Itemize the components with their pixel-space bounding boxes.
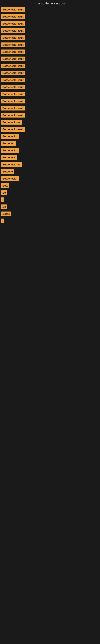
list-item: Bottleneck result: [0, 98, 100, 105]
list-item: Bottlenec: [0, 140, 100, 147]
list-item: Bottleneck result: [0, 41, 100, 48]
bottleneck-badge[interactable]: Bottlene: [1, 169, 14, 174]
bottleneck-badge[interactable]: Bottleneck result: [1, 28, 25, 33]
list-item: Bottleneck r: [0, 175, 100, 182]
list-item: Bottleneck: [0, 154, 100, 161]
list-item: Bottleneck result: [0, 90, 100, 98]
bottleneck-badge[interactable]: Bottleneck result: [1, 71, 25, 75]
list-item: Bottleneck result: [0, 55, 100, 62]
bottleneck-badge[interactable]: Bott: [1, 183, 9, 188]
list-item: Bottleneck res: [0, 119, 100, 126]
bottleneck-badge[interactable]: Bottleneck result: [1, 7, 25, 12]
bottleneck-badge[interactable]: Bottleneck result: [1, 21, 25, 26]
list-item: Bottleneck result: [0, 34, 100, 41]
bottleneck-badge[interactable]: Bottleneck result: [1, 50, 25, 54]
bottleneck-badge[interactable]: Bottleneck result: [1, 56, 25, 61]
list-item: Bottleneck result: [0, 48, 100, 55]
list-item: Bottleneck result: [0, 62, 100, 70]
list-item: Bo: [0, 189, 100, 196]
bottleneck-badge[interactable]: Bottleneck result: [1, 85, 25, 89]
bottleneck-badge[interactable]: Bottleneck result: [1, 127, 25, 132]
bottleneck-badge[interactable]: Bottleneck: [1, 155, 17, 160]
bottleneck-badge[interactable]: Bottleneck result: [1, 42, 25, 47]
bottleneck-badge[interactable]: Bottleneck res: [1, 162, 22, 167]
bottleneck-badge[interactable]: I: [1, 218, 4, 223]
list-item: Bott: [0, 182, 100, 189]
bottleneck-badge[interactable]: Bottleneck result: [1, 36, 25, 40]
bottleneck-badge[interactable]: Bo: [1, 190, 7, 195]
bottleneck-badge[interactable]: Bottleneck result: [1, 14, 25, 19]
list-item: Bottleneck result: [0, 84, 100, 90]
bottleneck-badge[interactable]: Bottleneck result: [1, 106, 25, 110]
bottleneck-badge[interactable]: Bottleneck r: [1, 176, 19, 181]
list-item: Bottleneck result: [0, 70, 100, 76]
bottleneck-badge[interactable]: Bottleneck res: [1, 120, 22, 124]
list-item: Bottleneck r: [0, 133, 100, 140]
list-item: Bottleneck result: [0, 76, 100, 84]
bottleneck-badge[interactable]: Bottleneck result: [1, 64, 25, 68]
site-title: TheBottlenecker.com: [0, 0, 100, 6]
bottleneck-badge[interactable]: Bottleneck result: [1, 113, 25, 118]
list-item: I: [0, 217, 100, 224]
list-item: Bottleneck result: [0, 20, 100, 27]
bottleneck-badge[interactable]: Bottlenec: [1, 141, 16, 146]
list-item: Bottleneck result: [0, 6, 100, 13]
bottleneck-badge[interactable]: Bottleneck result: [1, 78, 25, 82]
list-item: Bottleneck result: [0, 112, 100, 119]
list-item: Bottleneck result: [0, 13, 100, 20]
list-item: Bottleneck r: [0, 147, 100, 154]
list-item: Bottleneck res: [0, 161, 100, 168]
bottleneck-badge[interactable]: Bottleneck r: [1, 134, 19, 139]
list-item: Bottleneck result: [0, 105, 100, 112]
bottleneck-badge[interactable]: I: [1, 198, 4, 202]
list-item: Bottle: [0, 210, 100, 217]
bottleneck-badge[interactable]: Bottleneck result: [1, 99, 25, 104]
bottleneck-badge[interactable]: Bottle: [1, 212, 11, 216]
bottleneck-badge[interactable]: Bottleneck result: [1, 92, 25, 96]
list-item: Bottleneck result: [0, 126, 100, 133]
list-item: Bo: [0, 203, 100, 210]
bottleneck-badge[interactable]: Bottleneck r: [1, 148, 19, 153]
list-item: I: [0, 196, 100, 203]
list-item: Bottleneck result: [0, 27, 100, 34]
bottleneck-badge[interactable]: Bo: [1, 204, 7, 209]
list-item: Bottlene: [0, 168, 100, 175]
